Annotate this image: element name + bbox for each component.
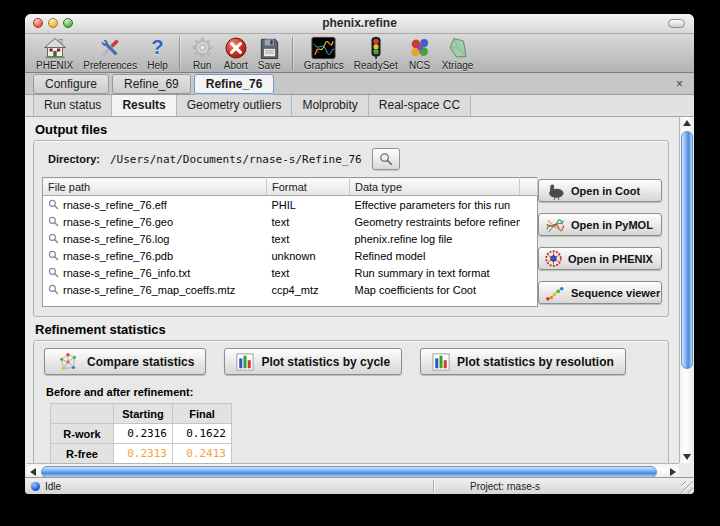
- sequence-icon: [544, 284, 566, 302]
- toolbar-item-readyset[interactable]: ReadySet: [349, 35, 403, 71]
- toolbar-label: Abort: [224, 60, 248, 71]
- toolbar-item-abort[interactable]: Abort: [219, 35, 253, 71]
- magnifier-icon: [48, 216, 59, 227]
- file-type-text: phenix.refine log file: [350, 230, 520, 247]
- stats-header-row: Starting Final: [51, 404, 232, 424]
- vertical-scrollbar[interactable]: [679, 117, 694, 463]
- subtab-real-space-cc[interactable]: Real-space CC: [369, 95, 471, 116]
- stat-starting-value: 0.2313: [114, 444, 173, 464]
- file-path-text: rnase-s_refine_76.log: [63, 233, 169, 245]
- bar-chart-icon: [432, 353, 450, 371]
- directory-label: Directory:: [48, 153, 100, 165]
- magnifier-icon: [48, 250, 59, 261]
- toolbar-label: Save: [258, 60, 281, 71]
- vertical-scrollbar-thumb[interactable]: [681, 131, 693, 369]
- file-row[interactable]: rnase-s_refine_76.log text phenix.refine…: [43, 230, 538, 247]
- compare-statistics-button[interactable]: Compare statistics: [44, 348, 206, 375]
- column-header-file-path[interactable]: File path: [43, 178, 267, 196]
- button-label: Open in PyMOL: [571, 219, 653, 231]
- open-in-pymol-button[interactable]: Open in PyMOL: [538, 213, 662, 236]
- toolbar-item-run[interactable]: Run: [186, 35, 219, 71]
- tab-label: Refine_76: [206, 77, 263, 91]
- file-row[interactable]: rnase-s_refine_76.geo text Geometry rest…: [43, 213, 538, 230]
- toolbar: PHENIX Preferences ? Help: [25, 34, 694, 73]
- magnifier-icon: [48, 284, 59, 295]
- stat-starting-value: 0.2316: [114, 424, 173, 444]
- magnifier-icon: [48, 233, 59, 244]
- open-buttons-column: Open in Coot Open in PyMOL: [538, 177, 662, 304]
- column-header-data-type[interactable]: Data type: [350, 178, 520, 196]
- before-after-caption: Before and after refinement:: [46, 386, 668, 398]
- abort-icon: [224, 35, 248, 60]
- toolbar-item-help[interactable]: ? Help: [142, 35, 173, 71]
- resize-grip[interactable]: [681, 481, 693, 493]
- stats-column-final: Final: [173, 404, 232, 424]
- toolbar-item-graphics[interactable]: Graphics: [299, 35, 349, 71]
- toolbar-toggle-button[interactable]: [668, 19, 685, 28]
- toolbar-label: NCS: [409, 60, 430, 71]
- button-label: Plot statistics by resolution: [457, 355, 614, 369]
- stats-row-r-work: R-work 0.2316 0.1622: [51, 424, 232, 444]
- browse-directory-button[interactable]: [372, 148, 400, 170]
- zoom-window-button[interactable]: [63, 18, 73, 28]
- scroll-up-arrow[interactable]: [680, 117, 694, 129]
- tab-refine-76[interactable]: Refine_76: [194, 74, 275, 94]
- file-row[interactable]: rnase-s_refine_76_map_coeffs.mtz ccp4_mt…: [43, 281, 538, 298]
- tools-icon: [98, 35, 122, 60]
- title-bar[interactable]: phenix.refine: [25, 14, 694, 34]
- bar-chart-icon: [236, 353, 254, 371]
- output-files-table: File path Format Data type rnase-s_refin…: [42, 177, 538, 307]
- stat-label: R-free: [51, 444, 114, 464]
- tab-configure[interactable]: Configure: [33, 74, 109, 94]
- plot-by-cycle-button[interactable]: Plot statistics by cycle: [224, 348, 402, 375]
- question-icon: ?: [151, 35, 163, 60]
- file-type-text: Effective parameters for this run: [350, 196, 520, 214]
- column-header-format[interactable]: Format: [267, 178, 350, 196]
- file-path-text: rnase-s_refine_76_info.txt: [63, 267, 190, 279]
- toolbar-label: Run: [193, 60, 211, 71]
- stat-label: R-work: [51, 424, 114, 444]
- toolbar-item-save[interactable]: Save: [253, 35, 286, 71]
- results-page: Output files Directory: /Users/nat/Docum…: [25, 117, 679, 463]
- toolbar-item-preferences[interactable]: Preferences: [78, 35, 142, 71]
- output-files-groupbox: Directory: /Users/nat/Documents/rnase-s/…: [33, 140, 669, 317]
- pymol-ribbon-icon: [544, 216, 566, 234]
- toolbar-item-ncs[interactable]: NCS: [403, 35, 437, 71]
- horizontal-scrollbar[interactable]: [27, 463, 679, 478]
- stat-final-value: 0.1622: [173, 424, 232, 444]
- column-header-stub: [520, 178, 538, 196]
- tab-refine-69[interactable]: Refine_69: [112, 74, 191, 94]
- scroll-down-arrow[interactable]: [680, 451, 694, 463]
- project-label: Project: rnase-s: [434, 481, 540, 492]
- density-map-icon: [311, 35, 336, 60]
- sequence-viewer-button[interactable]: Sequence viewer: [538, 281, 662, 304]
- subtab-molprobity[interactable]: Molprobity: [292, 95, 368, 116]
- file-format-text: text: [267, 264, 350, 281]
- subtab-results[interactable]: Results: [112, 95, 176, 116]
- file-row[interactable]: rnase-s_refine_76.eff PHIL Effective par…: [43, 196, 538, 214]
- traffic-light-icon: [364, 35, 388, 60]
- toolbar-item-xtriage[interactable]: Xtriage: [437, 35, 479, 71]
- file-row[interactable]: rnase-s_refine_76.pdb unknown Refined mo…: [43, 247, 538, 264]
- open-in-coot-button[interactable]: Open in Coot: [538, 179, 662, 202]
- toolbar-item-phenix[interactable]: PHENIX: [31, 35, 78, 71]
- button-label: Sequence viewer: [571, 287, 660, 299]
- file-path-text: rnase-s_refine_76.pdb: [63, 250, 173, 262]
- horizontal-scrollbar-thumb[interactable]: [41, 466, 657, 478]
- file-row[interactable]: rnase-s_refine_76_info.txt text Run summ…: [43, 264, 538, 281]
- plot-by-resolution-button[interactable]: Plot statistics by resolution: [420, 348, 626, 375]
- toolbar-label: Xtriage: [442, 60, 474, 71]
- file-format-text: PHIL: [267, 196, 350, 214]
- close-window-button[interactable]: [33, 18, 43, 28]
- toolbar-label: Help: [147, 60, 168, 71]
- file-type-text: Geometry restraints before refinement: [350, 213, 520, 230]
- status-dot-icon: [31, 482, 40, 491]
- tab-bar: Configure Refine_69 Refine_76 ×: [25, 73, 694, 95]
- file-path-text: rnase-s_refine_76.geo: [63, 216, 173, 228]
- close-tab-icon[interactable]: ×: [673, 75, 686, 93]
- minimize-window-button[interactable]: [48, 18, 58, 28]
- coot-bird-icon: [544, 182, 566, 200]
- open-in-phenix-button[interactable]: Open in PHENIX: [538, 247, 662, 270]
- subtab-geometry-outliers[interactable]: Geometry outliers: [177, 95, 293, 116]
- subtab-run-status[interactable]: Run status: [33, 95, 112, 116]
